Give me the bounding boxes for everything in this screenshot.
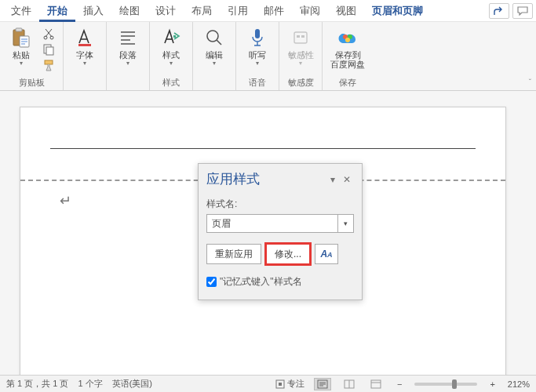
svg-rect-19 <box>279 383 282 386</box>
tab-design[interactable]: 设计 <box>148 0 184 22</box>
status-bar: 第 1 页，共 1 页 1 个字 英语(美国) 专注 − + 212% <box>0 375 536 392</box>
tab-review[interactable]: 审阅 <box>292 0 328 22</box>
group-font: 字体 ▾ <box>64 22 107 90</box>
svg-rect-11 <box>255 29 260 38</box>
style-name-dropdown-button[interactable]: ▾ <box>338 214 354 233</box>
styles-button[interactable]: 样式 ▾ <box>156 25 186 66</box>
style-name-combo[interactable]: 页眉 ▾ <box>206 214 354 233</box>
styles-pane-button[interactable]: AA <box>315 244 338 264</box>
svg-point-17 <box>345 38 350 42</box>
svg-rect-9 <box>173 35 176 38</box>
tab-references[interactable]: 引用 <box>220 0 256 22</box>
tab-draw[interactable]: 绘图 <box>111 0 148 22</box>
styles-icon <box>160 27 182 49</box>
zoom-out-button[interactable]: − <box>394 379 405 389</box>
svg-rect-13 <box>297 35 300 38</box>
search-icon <box>203 27 225 49</box>
group-clipboard: 粘贴 ▾ 剪贴板 <box>0 22 64 90</box>
group-voice: 听写 ▾ 语音 <box>236 22 279 90</box>
status-word-count[interactable]: 1 个字 <box>78 378 102 390</box>
paragraph-mark-icon: ↵ <box>60 192 71 209</box>
svg-rect-6 <box>46 47 53 55</box>
svg-rect-22 <box>371 380 381 388</box>
edit-button[interactable]: 编辑 ▾ <box>199 25 229 66</box>
tab-insert[interactable]: 插入 <box>75 0 111 22</box>
tab-home[interactable]: 开始 <box>39 0 75 22</box>
zoom-level[interactable]: 212% <box>508 379 530 389</box>
reapply-button[interactable]: 重新应用 <box>206 244 261 264</box>
dictate-button[interactable]: 听写 ▾ <box>242 25 272 66</box>
cut-button[interactable] <box>41 27 57 41</box>
svg-rect-14 <box>301 35 304 38</box>
paste-icon <box>10 27 32 49</box>
svg-rect-8 <box>78 44 91 46</box>
collapse-ribbon-button[interactable]: ˇ <box>529 78 531 87</box>
pane-title: 应用样式 <box>206 170 326 188</box>
styles-aa-icon: AA <box>320 249 332 260</box>
paragraph-button[interactable]: 段落 ▾ <box>113 25 143 66</box>
group-save: 保存到百度网盘 保存 <box>323 22 373 90</box>
tab-bar: 文件 开始 插入 绘图 设计 布局 引用 邮件 审阅 视图 页眉和页脚 <box>0 0 536 22</box>
view-web-layout-button[interactable] <box>367 378 385 390</box>
pane-options-button[interactable]: ▾ <box>326 174 340 185</box>
modify-button[interactable]: 修改... <box>266 244 310 264</box>
svg-rect-12 <box>294 32 307 43</box>
ribbon: 粘贴 ▾ 剪贴板 字体 <box>0 22 536 91</box>
status-page[interactable]: 第 1 页，共 1 页 <box>6 378 68 390</box>
sensitivity-button[interactable]: 敏感性 ▾ <box>286 25 315 66</box>
copy-button[interactable] <box>41 42 57 56</box>
view-print-layout-button[interactable] <box>314 378 331 390</box>
pane-close-button[interactable]: ✕ <box>340 174 354 185</box>
tab-layout[interactable]: 布局 <box>184 0 220 22</box>
tab-view[interactable]: 视图 <box>328 0 364 22</box>
paragraph-icon <box>117 27 139 49</box>
tab-header-footer[interactable]: 页眉和页脚 <box>364 0 431 22</box>
comments-button[interactable] <box>512 3 533 19</box>
focus-icon <box>275 379 285 389</box>
font-button[interactable]: 字体 ▾ <box>70 25 100 66</box>
zoom-slider[interactable] <box>414 383 477 386</box>
svg-point-10 <box>207 31 218 42</box>
style-name-label: 样式名: <box>206 198 354 211</box>
tab-file[interactable]: 文件 <box>3 0 39 22</box>
autocomplete-checkbox-row[interactable]: "记忆式键入"样式名 <box>206 275 354 289</box>
paste-button[interactable]: 粘贴 ▾ <box>6 25 36 66</box>
apply-styles-pane: 应用样式 ▾ ✕ 样式名: 页眉 ▾ 重新应用 修改... AA "记忆式键入"… <box>198 163 363 300</box>
status-language[interactable]: 英语(美国) <box>112 378 152 390</box>
font-icon <box>74 27 96 49</box>
style-name-input[interactable]: 页眉 <box>206 214 338 233</box>
zoom-in-button[interactable]: + <box>487 379 498 389</box>
group-styles: 样式 ▾ 样式 <box>150 22 193 90</box>
svg-rect-1 <box>16 28 22 31</box>
cloud-icon <box>337 27 359 49</box>
microphone-icon <box>246 27 268 49</box>
sensitivity-icon <box>290 27 312 49</box>
tab-mail[interactable]: 邮件 <box>256 0 292 22</box>
share-button[interactable] <box>489 3 509 19</box>
autocomplete-checkbox[interactable] <box>206 277 217 287</box>
save-to-cloud-button[interactable]: 保存到百度网盘 <box>329 25 366 69</box>
group-edit: 编辑 ▾ <box>193 22 236 90</box>
group-paragraph: 段落 ▾ <box>107 22 150 90</box>
group-sensitivity: 敏感性 ▾ 敏感度 <box>279 22 323 90</box>
view-read-mode-button[interactable] <box>341 378 358 390</box>
format-painter-button[interactable] <box>41 58 57 72</box>
svg-rect-7 <box>45 60 53 64</box>
header-rule <box>50 148 476 149</box>
status-focus[interactable]: 专注 <box>275 378 304 390</box>
